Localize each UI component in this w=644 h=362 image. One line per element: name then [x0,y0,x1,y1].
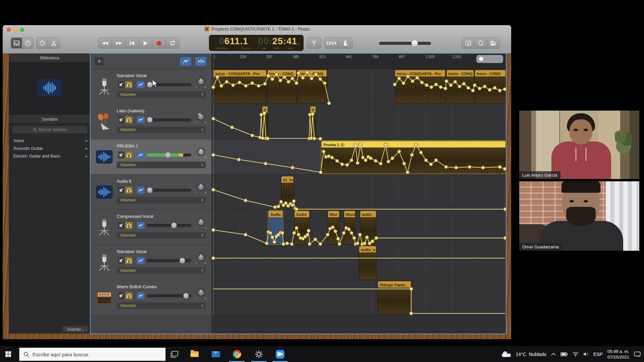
playhead[interactable] [213,60,214,315]
solo-button[interactable] [125,222,132,229]
cycle-button[interactable] [166,38,179,48]
solo-button[interactable] [125,116,132,123]
loop-browser-button[interactable] [475,38,487,48]
track-name[interactable]: Narration Vocal [117,249,147,254]
weather-temp[interactable]: 14°C [516,352,526,357]
track-name[interactable]: Latin (Isabela) [117,108,144,113]
track-name[interactable]: Warm British Combo [117,284,157,289]
audio-region[interactable]: Mon [328,210,339,244]
audio-region[interactable]: 01_So [281,176,294,209]
master-volume-slider[interactable] [379,41,431,46]
automation-param-select[interactable]: Volumen▲▼ [117,91,206,98]
track-volume-slider[interactable] [147,153,191,157]
zoom-app-button[interactable] [272,346,288,362]
track-volume-slider[interactable] [147,223,191,228]
track-lane[interactable] [211,210,506,245]
mute-button[interactable] [118,152,125,159]
solo-button[interactable] [125,292,132,299]
library-item[interactable]: Voice▶ [9,137,91,144]
audio-region[interactable]: D [310,106,316,137]
track-header[interactable]: Warm British Combo LR Volumen▲▼ [91,280,211,315]
language-indicator[interactable]: ESP [593,352,603,357]
play-button[interactable] [139,38,152,48]
chrome-button[interactable] [229,346,245,362]
track-automation-button[interactable] [137,257,145,264]
rewind-button[interactable] [99,38,112,48]
weather-cloud-icon[interactable] [502,351,511,357]
track-name[interactable]: PRUEBA 1 [117,143,138,148]
track-name[interactable]: Compressed Vocal [117,214,153,219]
taskbar-search-input[interactable]: Escribe aquí para buscar. [19,348,166,361]
track-lane[interactable] [211,175,506,210]
volume-icon[interactable] [583,352,589,356]
track-volume-slider[interactable] [147,258,191,263]
zoom-slider-thumb[interactable] [479,56,484,61]
pan-knob[interactable] [197,77,205,86]
clock[interactable]: 05:49 a. m. 07/10/2021 [607,349,629,360]
video-tile[interactable]: Luis Arturo García [519,111,639,179]
audio-region[interactable]: Inicio - CONQ [267,70,297,103]
battery-icon[interactable] [560,352,568,356]
automation-param-select[interactable]: Volumen▲▼ [117,232,206,239]
solo-button[interactable] [125,187,132,194]
tuning-fork-button[interactable] [307,38,321,49]
mute-button[interactable] [118,292,125,299]
track-header[interactable]: Latin (Isabela) LR Volumen▲▼ [91,104,211,139]
video-tile[interactable]: Omar Guadarrama [519,181,639,251]
audio-region[interactable]: Audio [268,210,283,244]
scissors-button[interactable] [48,38,59,48]
track-header[interactable]: Narration Vocal LR Volumen▲▼ [91,69,211,104]
track-name[interactable]: Audio 6 [117,179,131,184]
solo-button[interactable] [125,257,132,264]
automation-param-select[interactable]: Volumen▲▼ [117,267,206,274]
mail-button[interactable] [208,346,223,362]
audio-region[interactable]: D [262,106,268,137]
track-automation-button[interactable] [137,116,145,123]
media-browser-button[interactable] [487,38,499,48]
mute-button[interactable] [118,257,125,264]
mute-button[interactable] [118,222,125,229]
audio-region[interactable]: Diálogo Papás_ [378,281,411,314]
slider-thumb[interactable] [147,117,153,123]
automation-param-select[interactable]: Volumen▲▼ [117,126,206,133]
track-automation-button[interactable] [137,187,145,194]
track-header[interactable]: PRUEBA 1 LR Volumen▲▼ [91,139,211,175]
audio-region[interactable]: Inicio - CONQUISTA - Pru [213,70,267,103]
track-automation-button[interactable] [137,152,145,159]
library-toggle-button[interactable] [11,38,22,48]
metronome-button[interactable] [338,38,352,48]
track-lane[interactable] [211,104,506,139]
master-volume-thumb[interactable] [411,40,418,47]
mute-button[interactable] [118,187,125,194]
track-header[interactable]: Narration Vocal LR Volumen▲▼ [91,245,211,280]
pan-knob[interactable] [197,253,205,262]
audio-region[interactable]: audio_ [360,210,376,244]
mute-button[interactable] [118,81,125,88]
automation-param-select[interactable]: Volumen▲▼ [117,162,206,168]
audio-region[interactable]: Prueba 1 [321,141,506,174]
pan-knob[interactable] [197,147,205,156]
editors-button[interactable] [462,38,475,48]
track-header[interactable]: Compressed Vocal LR Volumen▲▼ [91,210,211,245]
slider-thumb[interactable] [183,293,189,299]
record-button[interactable] [152,38,166,48]
go-to-beginning-button[interactable] [125,38,139,48]
track-automation-button[interactable] [137,292,145,299]
tray-chevron-up-icon[interactable] [551,353,556,356]
track-name[interactable]: Narration Vocal [117,73,147,78]
pan-knob[interactable] [197,288,205,297]
audio-region[interactable]: Inicio - CONQ [446,70,474,103]
track-automation-button[interactable] [137,222,145,229]
save-button[interactable]: Guardar... [62,326,89,333]
start-button[interactable] [0,346,16,362]
settings-button[interactable] [251,346,267,362]
help-button[interactable]: ? [22,38,33,48]
catch-playhead-button[interactable] [195,57,206,66]
slider-thumb[interactable] [171,223,177,228]
zoom-slider[interactable] [476,55,503,63]
automation-param-select[interactable]: Volumen▲▼ [117,302,206,309]
audio-region[interactable]: Inicio - CONQ [475,70,506,103]
audio-region[interactable]: Audio [294,210,310,244]
audio-region[interactable]: Monó [344,210,356,244]
tuner-button[interactable] [37,38,48,48]
